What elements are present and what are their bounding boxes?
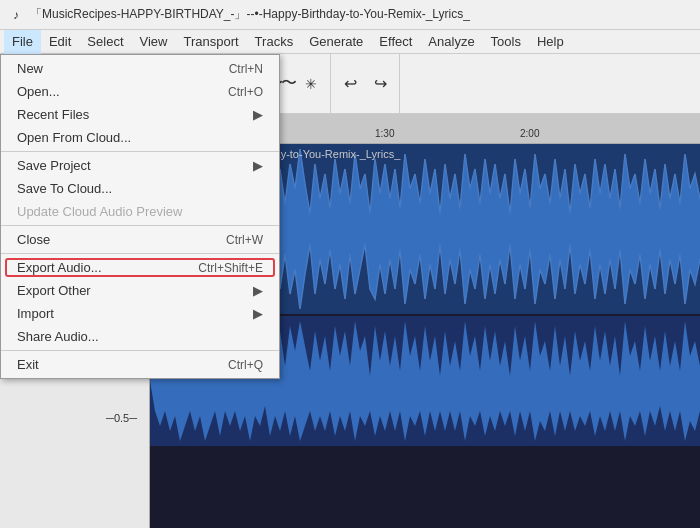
menu-file[interactable]: File [4,30,41,54]
menu-save-cloud[interactable]: Save To Cloud... [1,177,279,200]
menu-new[interactable]: New Ctrl+N [1,57,279,80]
menu-share-audio[interactable]: Share Audio... [1,325,279,348]
menu-analyze[interactable]: Analyze [420,30,482,54]
multi-tool-button[interactable]: ✳ [297,70,325,98]
separator-2 [1,225,279,226]
menu-help[interactable]: Help [529,30,572,54]
separator-1 [1,151,279,152]
menu-save-project[interactable]: Save Project ▶ [1,154,279,177]
separator-3 [1,253,279,254]
separator-4 [1,350,279,351]
menu-exit[interactable]: Exit Ctrl+Q [1,353,279,376]
menu-import[interactable]: Import ▶ [1,302,279,325]
title-bar: ♪ 「MusicRecipes-HAPPY-BIRTHDAY_-」--•-Hap… [0,0,700,30]
menu-open-cloud[interactable]: Open From Cloud... [1,126,279,149]
menu-generate[interactable]: Generate [301,30,371,54]
app-icon: ♪ [8,7,24,23]
undo-button[interactable]: ↩ [336,70,364,98]
menu-export-audio[interactable]: Export Audio... Ctrl+Shift+E [1,256,279,279]
menu-select[interactable]: Select [79,30,131,54]
menu-update-cloud: Update Cloud Audio Preview [1,200,279,223]
menu-bar: File Edit Select View Transport Tracks G… [0,30,700,54]
timeline-marker-2-00: 2:00 [520,128,539,139]
file-dropdown: New Ctrl+N Open... Ctrl+O Recent Files ▶… [0,54,280,379]
menu-open[interactable]: Open... Ctrl+O [1,80,279,103]
menu-effect[interactable]: Effect [371,30,420,54]
menu-recent-files[interactable]: Recent Files ▶ [1,103,279,126]
menu-export-other[interactable]: Export Other ▶ [1,279,279,302]
menu-close[interactable]: Close Ctrl+W [1,228,279,251]
toolbar-undo-redo: ↩ ↪ [331,54,400,113]
menu-tracks[interactable]: Tracks [247,30,302,54]
menu-view[interactable]: View [132,30,176,54]
menu-transport[interactable]: Transport [175,30,246,54]
title-text: 「MusicRecipes-HAPPY-BIRTHDAY_-」--•-Happy… [30,6,470,23]
timeline-marker-1-30: 1:30 [375,128,394,139]
redo-button[interactable]: ↪ [366,70,394,98]
db-label-neg: ─0.5─ [12,412,137,424]
menu-tools[interactable]: Tools [483,30,529,54]
menu-edit[interactable]: Edit [41,30,79,54]
